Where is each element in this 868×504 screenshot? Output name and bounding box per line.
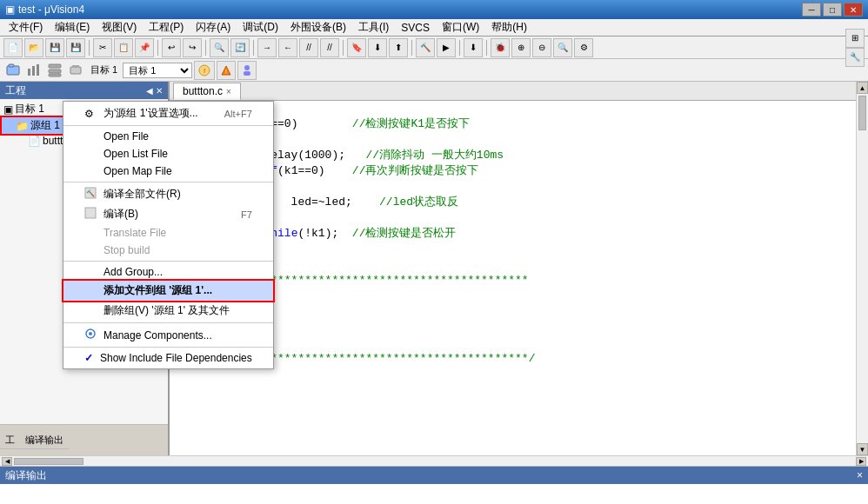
tab-buttton[interactable]: buttton.c × bbox=[173, 83, 241, 100]
ctx-set-options-label: 为'源组 1'设置选项... bbox=[103, 106, 198, 121]
scroll-up-button[interactable]: ▲ bbox=[857, 82, 868, 94]
ctx-translate-label: Translate File bbox=[103, 227, 166, 239]
menu-svcs[interactable]: SVCS bbox=[396, 20, 435, 36]
ctx-add-group-label: Add Group... bbox=[103, 266, 163, 278]
paste-button[interactable]: 📌 bbox=[135, 38, 154, 57]
debug2-button[interactable]: ! bbox=[217, 61, 236, 80]
replace-button[interactable]: 🔄 bbox=[230, 38, 250, 57]
ctx-compile-all[interactable]: 🔨 编译全部文件(R) bbox=[63, 184, 273, 204]
build-button[interactable]: ▶ bbox=[437, 38, 456, 57]
title-bar: ▣ test - μVision4 ─ □ ✕ bbox=[0, 0, 868, 19]
menu-view[interactable]: 视图(V) bbox=[97, 18, 142, 36]
indent-button[interactable]: → bbox=[257, 38, 277, 57]
left-tab-output[interactable]: 编译输出 bbox=[20, 432, 69, 449]
tab-close-button[interactable]: × bbox=[226, 87, 231, 96]
cut-button[interactable]: ✂ bbox=[93, 38, 112, 57]
ctx-set-options[interactable]: ⚙ 为'源组 1'设置选项... Alt+F7 bbox=[63, 103, 273, 123]
ctx-delete-group[interactable]: 删除组(V) '源组 1' 及其文件 bbox=[63, 301, 273, 321]
ctx-compile[interactable]: 编译(B) F7 bbox=[63, 204, 273, 224]
menu-debug[interactable]: 调试(D) bbox=[237, 18, 284, 36]
ctx-stop-build[interactable]: Stop build bbox=[63, 242, 273, 259]
save-button[interactable]: 💾 bbox=[45, 38, 64, 57]
tab-bar: buttton.c × bbox=[170, 82, 856, 101]
maximize-button[interactable]: □ bbox=[823, 3, 842, 17]
scrollbar-thumb[interactable] bbox=[858, 96, 866, 130]
function-wizard-button[interactable]: f bbox=[194, 61, 215, 80]
menu-file[interactable]: 文件(F) bbox=[3, 18, 48, 36]
next-bookmark-button[interactable]: ⬇ bbox=[368, 38, 387, 57]
debug-start-button[interactable]: 🐞 bbox=[491, 38, 510, 57]
h-scrollbar-track[interactable] bbox=[14, 458, 854, 465]
open-file-button[interactable]: 📂 bbox=[24, 38, 43, 57]
redo-button[interactable]: ↪ bbox=[183, 38, 202, 57]
menu-window[interactable]: 窗口(W) bbox=[437, 18, 484, 36]
svg-rect-18 bbox=[85, 208, 96, 218]
menu-tools[interactable]: 工具(I) bbox=[353, 18, 394, 36]
menu-flash[interactable]: 闪存(A) bbox=[190, 18, 236, 36]
zoom-out-button[interactable]: ⊖ bbox=[532, 38, 551, 57]
uncomment-button[interactable]: // bbox=[320, 38, 339, 57]
outdent-button[interactable]: ← bbox=[278, 38, 297, 57]
ctx-sep2 bbox=[63, 182, 273, 182]
ctx-open-map[interactable]: Open Map File bbox=[63, 162, 273, 180]
search-button[interactable]: 🔍 bbox=[553, 38, 572, 57]
close-button[interactable]: ✕ bbox=[844, 3, 863, 17]
new-file-button[interactable]: 📄 bbox=[3, 38, 23, 57]
prev-bookmark-button[interactable]: ⬆ bbox=[389, 38, 408, 57]
left-tab-project[interactable]: 工 bbox=[0, 432, 20, 449]
menu-edit[interactable]: 编辑(E) bbox=[50, 18, 95, 36]
svg-rect-6 bbox=[49, 70, 61, 73]
menu-help[interactable]: 帮助(H) bbox=[486, 18, 532, 36]
scrollbar-track[interactable] bbox=[857, 94, 868, 443]
zoom-in-button[interactable]: ⊕ bbox=[511, 38, 531, 57]
copy-button[interactable]: 📋 bbox=[114, 38, 133, 57]
svg-rect-15 bbox=[244, 71, 250, 76]
tree-expand-icon: ▣ bbox=[3, 103, 13, 116]
app-icon: ▣ bbox=[5, 3, 15, 16]
menu-peripherals[interactable]: 外围设备(B) bbox=[285, 18, 351, 36]
find-button[interactable]: 🔍 bbox=[210, 38, 229, 57]
compile-button[interactable]: 🔨 bbox=[416, 38, 435, 57]
bookmark-button[interactable]: 🔖 bbox=[347, 38, 366, 57]
layout-button[interactable]: ⊞ bbox=[845, 29, 865, 48]
scroll-right-button[interactable]: ▶ bbox=[856, 457, 866, 466]
scroll-down-button[interactable]: ▼ bbox=[857, 443, 868, 455]
undo-button[interactable]: ↩ bbox=[162, 38, 181, 57]
settings-button[interactable]: ⚙ bbox=[574, 38, 593, 57]
configure-button[interactable]: 🔧 bbox=[845, 48, 865, 67]
toolbar-separator6 bbox=[411, 40, 412, 56]
ctx-open-list[interactable]: Open List File bbox=[63, 145, 273, 162]
toolbar-separator4 bbox=[253, 40, 254, 56]
h-scrollbar-thumb[interactable] bbox=[14, 458, 83, 465]
ctx-sep4 bbox=[63, 322, 273, 323]
ctx-translate[interactable]: Translate File bbox=[63, 224, 273, 242]
ctx-open-file[interactable]: Open File bbox=[63, 128, 273, 145]
ctx-manage[interactable]: Manage Components... bbox=[63, 325, 273, 345]
ctx-add-file[interactable]: 添加文件到组 '源组 1'... bbox=[63, 281, 273, 301]
save-all-button[interactable]: 💾 bbox=[66, 38, 85, 57]
ctx-open-list-label: Open List File bbox=[103, 148, 168, 160]
tree-folder-icon: 📁 bbox=[16, 120, 29, 132]
scroll-left-button[interactable]: ◀ bbox=[2, 457, 12, 466]
svg-rect-5 bbox=[49, 64, 61, 68]
target-dropdown[interactable]: 目标 1 bbox=[123, 63, 192, 78]
compile-icon bbox=[84, 207, 100, 222]
title-bar-left: ▣ test - μVision4 bbox=[5, 3, 84, 16]
panel-pin-icon[interactable]: ◀ ✕ bbox=[146, 86, 163, 96]
menu-project[interactable]: 工程(P) bbox=[144, 18, 189, 36]
minimize-button[interactable]: ─ bbox=[802, 3, 821, 17]
comment-button[interactable]: // bbox=[299, 38, 318, 57]
output-content[interactable] bbox=[0, 484, 868, 504]
svg-rect-2 bbox=[28, 69, 30, 76]
main-area: 工程 ◀ ✕ ▣ 目标 1 📁 源组 1 📄 buttton.c 工 编译输出 bbox=[0, 82, 868, 455]
ctx-show-deps[interactable]: ✓ Show Include File Dependencies bbox=[63, 349, 273, 367]
download-button[interactable]: ⬇ bbox=[464, 38, 483, 57]
menu-bar: 文件(F) 编辑(E) 视图(V) 工程(P) 闪存(A) 调试(D) 外围设备… bbox=[0, 19, 868, 36]
output-panel: 编译输出 × bbox=[0, 466, 868, 504]
file-icon: 📄 bbox=[28, 135, 41, 147]
output-close-button[interactable]: × bbox=[857, 469, 863, 481]
tree-group-label: 源组 1 bbox=[30, 118, 60, 133]
ctx-manage-label: Manage Components... bbox=[103, 329, 212, 342]
ctx-add-group[interactable]: Add Group... bbox=[63, 263, 273, 281]
person-icon[interactable] bbox=[237, 61, 257, 80]
